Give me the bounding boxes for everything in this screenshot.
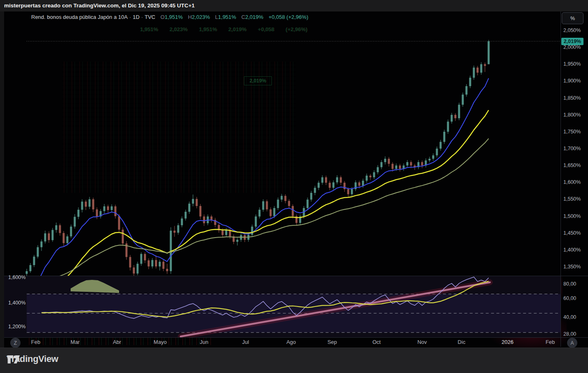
candle-body bbox=[329, 183, 331, 188]
tradingview-logo-icon bbox=[7, 353, 21, 365]
candle-body bbox=[70, 227, 72, 236]
time-tick-label: Mar bbox=[71, 339, 80, 345]
candle-body bbox=[177, 225, 179, 233]
time-tick-label: 2026 bbox=[502, 339, 514, 345]
candle-body bbox=[200, 206, 202, 217]
pane-divider[interactable] bbox=[4, 276, 588, 276]
candle-body bbox=[455, 115, 457, 118]
candle-body bbox=[429, 159, 431, 160]
tradingview-chart-widget: misterpuertas creado con TradingView.com… bbox=[0, 0, 588, 373]
open-value: 1,951% bbox=[165, 14, 183, 20]
price-tick-label: 1,750% bbox=[563, 129, 586, 135]
time-tick-label: Oct bbox=[372, 339, 381, 345]
candle-body bbox=[362, 181, 364, 185]
tradingview-logo-link[interactable]: TradingView bbox=[7, 354, 58, 364]
candle-body bbox=[92, 199, 94, 210]
main-chart-canvas[interactable] bbox=[0, 11, 560, 276]
candle-body bbox=[462, 95, 464, 105]
last-price-badge: 2,019% bbox=[561, 38, 583, 45]
candle-body bbox=[44, 233, 46, 242]
time-axis-divider bbox=[4, 337, 588, 338]
candle-body bbox=[488, 41, 490, 64]
candle-body bbox=[310, 193, 312, 199]
time-tick-label: Abr bbox=[113, 339, 121, 345]
change-value: +0,058 (+2,96%) bbox=[269, 14, 308, 20]
candle-body bbox=[26, 271, 28, 274]
percent-icon: % bbox=[570, 16, 575, 21]
candle-body bbox=[111, 206, 113, 210]
time-tick-label: Feb bbox=[546, 339, 555, 345]
candle-body bbox=[377, 167, 379, 172]
candle-body bbox=[318, 183, 320, 188]
candle-body bbox=[421, 162, 423, 165]
candle-body bbox=[469, 78, 471, 86]
candle-body bbox=[163, 262, 165, 269]
candle-body bbox=[103, 206, 106, 211]
time-tick-label: Jul bbox=[242, 339, 249, 345]
candle-body bbox=[41, 241, 43, 247]
indicator-tick-label: 28,00 bbox=[563, 331, 586, 337]
candle-body bbox=[48, 233, 50, 240]
candle-body bbox=[155, 260, 157, 267]
candle-body bbox=[107, 206, 109, 210]
high-label: H bbox=[188, 14, 192, 20]
price-tick-label: 2,000% bbox=[563, 44, 586, 50]
candle-body bbox=[140, 254, 142, 264]
price-tick-label: 1,600% bbox=[563, 179, 586, 185]
zoom-out-button[interactable]: Z bbox=[10, 338, 21, 348]
candle-body bbox=[458, 105, 460, 118]
candle-body bbox=[370, 176, 372, 177]
auto-scale-button[interactable]: A bbox=[567, 338, 577, 348]
candle-body bbox=[85, 201, 87, 206]
price-tick-label: 1,950% bbox=[563, 61, 586, 67]
candle-body bbox=[74, 217, 76, 227]
candle-body bbox=[281, 196, 283, 199]
interval-label[interactable]: 1D bbox=[133, 14, 140, 20]
candle-body bbox=[484, 64, 486, 66]
candle-body bbox=[399, 165, 401, 169]
candle-body bbox=[81, 201, 83, 210]
left-scale-label: 1,600% bbox=[8, 275, 29, 280]
price-tick-label: 1,450% bbox=[563, 230, 586, 236]
candle-body bbox=[222, 230, 224, 235]
candle-body bbox=[366, 176, 368, 181]
symbol-title[interactable]: Rend. bonos deuda pública Japón a 10A bbox=[31, 14, 128, 20]
candle-body bbox=[381, 162, 383, 167]
candle-body bbox=[203, 217, 205, 223]
symbol-legend[interactable]: Rend. bonos deuda pública Japón a 10A·1D… bbox=[31, 14, 308, 20]
candle-body bbox=[262, 201, 264, 210]
attribution-text: misterpuertas creado con TradingView.com… bbox=[4, 2, 195, 9]
candle-body bbox=[122, 230, 124, 244]
price-tick-label: 1,850% bbox=[563, 95, 586, 101]
attribution-bar: misterpuertas creado con TradingView.com… bbox=[0, 0, 588, 11]
time-tick-label: Jun bbox=[200, 339, 209, 345]
candle-body bbox=[89, 199, 91, 207]
candle-body bbox=[347, 189, 349, 194]
candle-body bbox=[395, 165, 397, 169]
percent-scale-button[interactable]: % bbox=[562, 12, 583, 24]
price-tick-label: 1,400% bbox=[563, 247, 586, 253]
candle-body bbox=[30, 265, 32, 271]
candle-body bbox=[373, 172, 375, 177]
indicator-pane-canvas[interactable] bbox=[0, 276, 560, 337]
left-scale-label: 1,400% bbox=[8, 300, 29, 306]
candle-body bbox=[144, 254, 146, 261]
candle-body bbox=[192, 199, 194, 204]
candle-body bbox=[447, 121, 449, 132]
candle-body bbox=[451, 115, 453, 121]
candle-body bbox=[266, 201, 268, 210]
ema-fast-line bbox=[27, 78, 489, 276]
price-tick-label: 1,900% bbox=[563, 78, 586, 84]
close-label: C bbox=[241, 14, 245, 20]
candle-body bbox=[307, 199, 309, 208]
candle-body bbox=[59, 225, 61, 233]
candle-body bbox=[211, 217, 213, 220]
candle-body bbox=[129, 257, 131, 268]
candle-body bbox=[185, 212, 187, 218]
candle-body bbox=[33, 256, 35, 265]
low-value: 1,951% bbox=[218, 14, 236, 20]
candle-body bbox=[333, 182, 335, 188]
candle-body bbox=[384, 159, 386, 162]
candle-body bbox=[52, 230, 54, 240]
time-tick-label: Nov bbox=[417, 339, 427, 345]
